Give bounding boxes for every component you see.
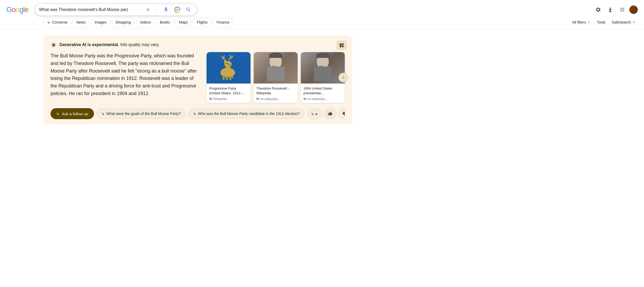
more-icon: ↳ ▸ (311, 111, 318, 116)
flask-icon (607, 7, 613, 13)
svg-rect-4 (342, 43, 344, 45)
image-source-roosevelt1: W en.wikipedia.... (256, 97, 295, 101)
moose-svg (214, 55, 243, 81)
safesearch-button[interactable]: SafeSearch (610, 19, 638, 25)
ai-disclaimer-bold: Generative AI is experimental. (59, 42, 119, 47)
tab-maps[interactable]: Maps (175, 18, 192, 27)
settings-button[interactable] (593, 5, 603, 15)
image-card-progressive[interactable]: Progressive Party (United States, 1912–.… (207, 52, 251, 103)
followup-suggestion-2[interactable]: ↳ Who was the Bull Moose Party candidate… (188, 109, 304, 119)
logo-o2: o (15, 5, 19, 14)
google-logo[interactable]: Google (6, 5, 28, 14)
search-submit-button[interactable] (185, 6, 192, 14)
nav-right: All filters Tools SafeSearch (570, 19, 638, 27)
more-suggestions-button[interactable]: ↳ ▸ (307, 108, 321, 119)
portrait-body-1 (267, 67, 285, 81)
followup-actions: ↳ ▸ (307, 108, 345, 119)
ai-answer-text: The Bull Moose Party was the Progressive… (51, 52, 199, 103)
image-thumb-progressive (207, 52, 251, 84)
voice-search-button[interactable] (162, 6, 170, 14)
apps-button[interactable] (617, 5, 627, 15)
layout-toggle-button[interactable] (336, 41, 347, 50)
avatar[interactable] (629, 5, 638, 14)
ai-answer-card: Generative AI is experimental. Info qual… (43, 35, 352, 124)
suggestion-1-arrow: ↳ (102, 112, 105, 116)
tab-news-label: News (76, 20, 86, 24)
ai-disclaimer-text: Generative AI is experimental. Info qual… (59, 42, 159, 47)
header: Google What was Theodore roosevelt's Bul… (0, 0, 644, 16)
safesearch-label: SafeSearch (612, 20, 631, 24)
tab-shopping[interactable]: Shopping (112, 18, 135, 27)
portrait-silhouette-1 (267, 55, 285, 81)
ask-followup-button[interactable]: ↳ Ask a follow up (51, 108, 94, 119)
thumbdown-button[interactable] (338, 108, 345, 119)
svg-point-12 (227, 63, 228, 63)
ai-disclaimer-suffix: Info quality may vary. (119, 42, 159, 47)
search-input[interactable]: What was Theodore roosevelt's Bull Moose… (39, 7, 145, 12)
svg-point-2 (177, 9, 178, 10)
image-info-progressive: Progressive Party (United States, 1912–.… (207, 84, 251, 103)
source-label-3: en.wikipedia.... (307, 97, 328, 101)
svg-point-10 (228, 64, 232, 67)
wiki-icon-3: W (303, 97, 306, 101)
converse-arrow-icon: ↳ (47, 20, 50, 24)
tab-shopping-label: Shopping (115, 20, 131, 24)
logo-g: G (6, 5, 12, 14)
tab-images[interactable]: Images (91, 18, 110, 27)
ai-star-icon (51, 42, 57, 48)
svg-rect-5 (342, 46, 344, 47)
svg-rect-16 (231, 75, 234, 78)
logo-g2: g (19, 5, 23, 14)
main-content: Generative AI is experimental. Info qual… (0, 29, 367, 131)
lens-button[interactable] (173, 5, 181, 14)
portrait-silhouette-2 (314, 55, 332, 81)
svg-rect-13 (223, 76, 225, 80)
chevron-right-icon (341, 75, 345, 80)
wiki-icon-2: W (256, 97, 259, 101)
close-icon (146, 7, 150, 12)
image-card-roosevelt1[interactable]: Theodore Roosevelt - Wikipedia W en.wiki… (254, 52, 298, 103)
tab-converse[interactable]: ↳ Converse (43, 18, 71, 27)
ai-disclaimer: Generative AI is experimental. Info qual… (51, 42, 345, 48)
tab-finance[interactable]: Finance (213, 18, 234, 27)
wiki-icon-1: W (209, 97, 212, 101)
thumbup-button[interactable] (324, 108, 336, 119)
clear-button[interactable] (145, 6, 151, 13)
all-filters-button[interactable]: All filters (570, 19, 593, 25)
svg-point-11 (227, 63, 228, 64)
followup-suggestion-1[interactable]: ↳ What were the goals of the Bull Moose … (97, 109, 186, 119)
suggestion-2-text: Who was the Bull Moose Party candidate i… (198, 112, 299, 116)
search-bar: What was Theodore roosevelt's Bull Moose… (35, 4, 197, 16)
tab-videos[interactable]: Videos (136, 18, 155, 27)
image-title-roosevelt1: Theodore Roosevelt - Wikipedia (256, 86, 295, 96)
logo-o1: o (12, 5, 16, 14)
header-right (593, 5, 638, 15)
image-card-1904[interactable]: 1904 United States presidential... W en.… (301, 52, 345, 103)
tab-videos-label: Videos (140, 20, 151, 24)
chevron-down-icon-2 (632, 20, 636, 24)
source-label-2: en.wikipedia.... (260, 97, 281, 101)
nav-tabs: ↳ Converse News Images Shopping Videos B… (0, 16, 644, 29)
gear-icon (595, 7, 601, 13)
search-divider (157, 7, 157, 13)
source-label-1: Wikipedia (213, 97, 227, 101)
tab-news[interactable]: News (73, 18, 90, 27)
search-icon (186, 7, 191, 13)
followup-arrow-icon: ↳ (56, 111, 60, 116)
image-source-progressive: W Wikipedia (209, 97, 248, 101)
tab-images-label: Images (95, 20, 107, 24)
tools-button[interactable]: Tools (595, 19, 608, 25)
portrait-body-2 (314, 67, 332, 81)
ai-images-section: Progressive Party (United States, 1912–.… (207, 52, 345, 103)
carousel-next-button[interactable] (338, 73, 348, 82)
labs-button[interactable] (605, 5, 615, 15)
chevron-down-icon (587, 20, 591, 24)
tab-converse-label: Converse (52, 20, 68, 24)
avatar-image (629, 5, 638, 14)
search-icons (145, 5, 192, 14)
image-title-1904: 1904 United States presidential... (303, 86, 342, 96)
image-info-roosevelt1: Theodore Roosevelt - Wikipedia W en.wiki… (254, 84, 298, 103)
tab-flights[interactable]: Flights (193, 18, 212, 27)
tab-books[interactable]: Books (156, 18, 174, 27)
all-filters-label: All filters (572, 20, 586, 24)
